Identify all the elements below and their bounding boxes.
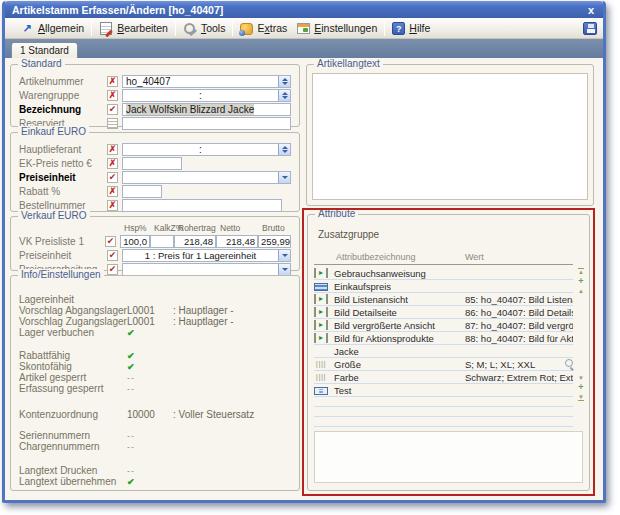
bezeichnung-field[interactable]: Jack Wolfskin Blizzard Jacke [122, 103, 291, 116]
artikelnummer-field[interactable]: ho_40407 [122, 75, 291, 88]
add-row-button[interactable]: + [578, 384, 583, 391]
menu-tools[interactable]: Tools [178, 19, 231, 37]
menu-label: Einstellungen [314, 22, 377, 34]
menu-bearbeiten[interactable]: Bearbeiten [94, 19, 173, 37]
group-info: Info/Einstellungen Lagereinheit Vorschla… [10, 275, 300, 491]
scroll-to-top-button[interactable]: ▲ [578, 268, 584, 275]
info-row: Lagereinheit [19, 294, 291, 305]
attribute-row[interactable]: Jacke [314, 345, 573, 358]
rabatt-field[interactable] [122, 185, 162, 198]
dash-indicator: -- [127, 466, 173, 476]
info-row: Vorschlag ZugangslagerL0001: Hauptlager … [19, 316, 291, 327]
attribute-value-panel[interactable] [314, 431, 583, 483]
info-row: Chargennummern-- [19, 441, 291, 452]
warengruppe-field[interactable]: : [122, 89, 291, 102]
menu-label: Bearbeiten [117, 22, 168, 34]
group-title: Attribute [315, 208, 358, 220]
vk-preiseinheit-dropdown[interactable]: 1 : Preis für 1 Lagereinheit [122, 249, 291, 262]
bestellnummer-field[interactable] [122, 199, 282, 212]
menu-einstellungen[interactable]: Einstellungen [292, 19, 382, 37]
price-column-headers: Hsp% KalkZ% Rohertrag Netto Brutto [11, 223, 299, 233]
dash-indicator: -- [127, 373, 173, 383]
menu-label: Tools [201, 22, 226, 34]
scroll-down-button[interactable]: ▼ [578, 375, 584, 381]
form-area: Standard Artikelnummer ho_40407 Warengru… [5, 58, 603, 499]
attribute-row[interactable]: Bild für Aktionsprodukte 88: ho_40407: B… [314, 332, 573, 345]
brutto-field[interactable]: 259,99 [258, 235, 291, 248]
group-title: Verkauf EURO [18, 210, 90, 222]
dropdown-arrow-button[interactable] [278, 172, 290, 183]
scroll-to-bottom-button[interactable]: ▼ [578, 394, 584, 401]
dropdown-arrow-button[interactable] [278, 250, 290, 261]
app-window: Artikelstamm Erfassen/Ändern [ho_40407] … [2, 1, 606, 503]
menu-extras[interactable]: Extras [235, 19, 292, 37]
preiseinheit-dropdown[interactable] [122, 171, 291, 184]
field-row: Rabatt % [19, 184, 291, 198]
mandatory-cross-icon [107, 200, 118, 211]
spinner-buttons[interactable] [278, 90, 290, 101]
menu-hilfe[interactable]: ? Hilfe [387, 19, 435, 37]
zusatzgruppe-label: Zusatzgruppe [318, 229, 379, 240]
field-row: Bezeichnung Jack Wolfskin Blizzard Jacke [19, 102, 291, 116]
desktop: Artikelstamm Erfassen/Ändern [ho_40407] … [0, 0, 620, 515]
tab-strip: 1 Standard [5, 39, 603, 58]
close-button[interactable]: x [585, 4, 597, 16]
selection-attribute-icon [314, 359, 328, 369]
kalkz-field[interactable] [150, 235, 174, 248]
attribute-empty-row [314, 417, 573, 427]
dropdown-arrow-button[interactable] [278, 264, 290, 275]
attribute-row[interactable]: Größe S; M; L; XL; XXL [314, 358, 573, 371]
text-attribute-icon [314, 268, 328, 278]
attribute-row[interactable]: Bild Listenansicht 85: ho_40407: Bild Li… [314, 293, 573, 306]
save-button[interactable] [583, 22, 597, 35]
menu-allgemein[interactable]: ↗ Allgemein [15, 19, 89, 37]
hsp-field[interactable]: 100,0 [120, 235, 150, 248]
filled-check-icon [107, 264, 118, 275]
info-row: Rabattfähig✔ [19, 350, 291, 361]
tab-standard[interactable]: 1 Standard [11, 42, 78, 58]
info-row: Kontenzuordnung10000: Voller Steuersatz [19, 409, 291, 420]
ek-preis-field[interactable] [122, 157, 182, 170]
info-row: Lager verbuchen✔ [19, 327, 291, 338]
spinner-buttons[interactable] [278, 76, 290, 87]
green-check-icon: ✔ [127, 328, 173, 338]
reserviert-field[interactable] [122, 117, 291, 130]
add-row-button[interactable]: + [578, 278, 583, 285]
toolbar-separator [232, 21, 233, 36]
attribute-row[interactable]: Bild Detailseite 86: ho_40407: Bild Deta… [314, 306, 573, 319]
field-row: Hauptlieferant : [19, 142, 291, 156]
field-row: Preiseinheit 1 : Preis für 1 Lagereinhei… [19, 248, 291, 262]
magnifier-icon[interactable] [564, 359, 574, 369]
selection-attribute-icon [314, 372, 328, 382]
preisverarbeitung-dropdown[interactable] [122, 263, 291, 276]
netto-field[interactable]: 218,48 [216, 235, 258, 248]
info-row: Erfassung gesperrt-- [19, 383, 291, 394]
scroll-up-button[interactable]: ▲ [578, 288, 584, 294]
list-nav-top: ▲ + ▲ [576, 268, 586, 294]
attribute-row[interactable]: Einkaufspreis [314, 280, 573, 293]
group-langtext: Artikellangtext [306, 64, 594, 206]
filled-check-icon [107, 104, 118, 115]
attribute-empty-row [314, 407, 573, 417]
attribute-row[interactable]: Bild vergrößerte Ansicht 87: ho_40407: B… [314, 319, 573, 332]
spinner-buttons[interactable] [278, 144, 290, 155]
text-attribute-icon [314, 294, 328, 304]
toolbar-separator [384, 21, 385, 36]
langtext-textarea[interactable] [312, 73, 588, 200]
toolbar-separator [175, 21, 176, 36]
group-title: Einkauf EURO [18, 126, 89, 138]
rohertrag-field[interactable]: 218,48 [174, 235, 216, 248]
edit-notebook-icon [100, 22, 112, 35]
attribute-row[interactable]: Test [314, 384, 573, 397]
field-row: VK Preisliste 1 100,0 218,48 218,48 259,… [19, 234, 291, 248]
window-title: Artikelstamm Erfassen/Ändern [ho_40407] [12, 4, 585, 16]
menu-label: Allgemein [38, 22, 84, 34]
filled-check-icon [105, 236, 116, 247]
attribute-row[interactable]: Farbe Schwarz; Extrem Rot; Extre [314, 371, 573, 384]
menu-label: Hilfe [409, 22, 430, 34]
hauptlieferant-field[interactable]: : [122, 143, 291, 156]
group-title: Artikellangtext [314, 58, 383, 70]
attribute-row[interactable]: Gebrauchsanweisung [314, 267, 573, 280]
attribute-list: Gebrauchsanweisung Einkaufspreis Bild Li… [314, 267, 585, 427]
group-einkauf: Einkauf EURO Hauptlieferant : EK-Preis n… [10, 132, 300, 212]
